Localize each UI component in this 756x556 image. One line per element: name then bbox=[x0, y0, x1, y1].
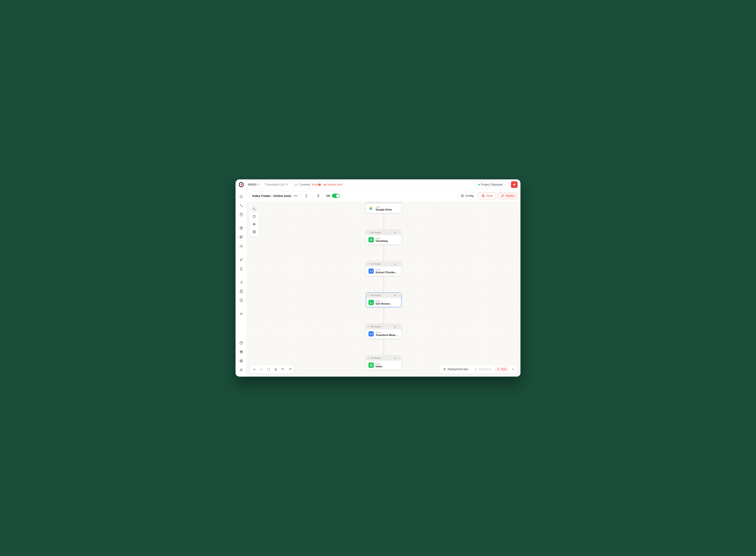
svg-point-12 bbox=[241, 313, 242, 314]
zoom-in-button[interactable] bbox=[251, 366, 258, 373]
status-dot-icon bbox=[478, 184, 480, 185]
save-button[interactable]: Save bbox=[479, 192, 496, 199]
nav-cube[interactable] bbox=[237, 224, 245, 232]
node-menu-button[interactable]: ⋯ bbox=[397, 294, 400, 297]
node-header: Not Tested⋯ bbox=[366, 230, 401, 235]
project-id-dropdown[interactable]: 84000 ⇅ bbox=[247, 182, 261, 187]
share-button[interactable] bbox=[303, 193, 310, 199]
status-ring-icon bbox=[368, 357, 370, 359]
nav-connections[interactable] bbox=[237, 202, 245, 209]
nav-launch[interactable] bbox=[237, 256, 245, 264]
chevron-updown-icon: ⇅ bbox=[286, 183, 288, 186]
tool-nodes[interactable] bbox=[251, 205, 258, 212]
node-play-button[interactable] bbox=[394, 326, 396, 328]
node-play-button[interactable] bbox=[394, 232, 396, 234]
tool-data[interactable] bbox=[251, 213, 258, 220]
flow-node[interactable]: Not Tested⋯FlowTransform Metadata bbox=[366, 324, 402, 339]
list-view-button[interactable] bbox=[314, 193, 321, 199]
project-name-dropdown[interactable]: Translation QA ⇅ bbox=[263, 182, 289, 187]
chevron-updown-icon: ⇅ bbox=[257, 183, 259, 186]
nav-list[interactable] bbox=[237, 278, 245, 286]
nav-docs[interactable] bbox=[237, 287, 245, 295]
tool-cpu[interactable] bbox=[251, 220, 258, 228]
app-window: 84000 ⇅ Translation QA ⇅ </> Connect: .a… bbox=[235, 179, 521, 377]
svg-rect-27 bbox=[253, 232, 254, 233]
svg-point-33 bbox=[445, 369, 445, 369]
app-logo[interactable] bbox=[238, 182, 244, 187]
nav-gear[interactable] bbox=[237, 357, 245, 365]
flow-canvas[interactable]: Not Tested⋯AppGoogle DriveNot Tested⋯Dat… bbox=[247, 202, 521, 377]
chevron-down-icon: ⌄ bbox=[504, 183, 506, 186]
nav-history[interactable] bbox=[237, 297, 245, 304]
nav-experiments[interactable] bbox=[237, 265, 245, 273]
deploy-button[interactable]: Deploy bbox=[498, 192, 518, 199]
node-menu-button[interactable]: ⋯ bbox=[397, 325, 400, 328]
canvas-side-tools bbox=[249, 204, 259, 236]
config-button[interactable]: Config bbox=[458, 192, 477, 199]
svg-point-29 bbox=[370, 239, 371, 239]
run-expand-button[interactable] bbox=[510, 366, 517, 373]
node-body: DataIndex bbox=[366, 361, 401, 370]
play-icon bbox=[497, 368, 500, 371]
project-status-dropdown[interactable]: Project Deployed ⌄ bbox=[476, 181, 508, 188]
flow-node[interactable]: Not Tested⋯AppGoogle Drive bbox=[366, 202, 402, 213]
deployment-test-button[interactable]: Deployment test bbox=[441, 366, 470, 372]
node-play-button[interactable] bbox=[394, 294, 396, 297]
nav-apps[interactable] bbox=[237, 233, 245, 241]
svg-point-9 bbox=[242, 246, 243, 247]
undo-button[interactable] bbox=[279, 366, 286, 373]
svg-rect-32 bbox=[275, 369, 277, 371]
test-runs-button[interactable]: Test Runs bbox=[471, 366, 494, 372]
nav-database[interactable] bbox=[237, 211, 245, 218]
node-menu-button[interactable]: ⋯ bbox=[397, 357, 400, 360]
node-play-button[interactable] bbox=[394, 357, 396, 359]
flow-edge bbox=[384, 213, 384, 230]
node-menu-button[interactable]: ⋯ bbox=[397, 231, 400, 234]
nav-profile[interactable] bbox=[237, 366, 245, 374]
node-type-label: Flow bbox=[376, 269, 399, 271]
svg-point-20 bbox=[253, 208, 254, 208]
fit-view-button[interactable] bbox=[265, 366, 272, 373]
node-menu-button[interactable]: ⋯ bbox=[397, 263, 400, 266]
more-menu-button[interactable]: ••• bbox=[294, 194, 298, 198]
node-type-icon bbox=[369, 300, 374, 305]
save-icon bbox=[482, 194, 485, 198]
node-name: Get Vectors bbox=[376, 302, 390, 305]
svg-point-3 bbox=[240, 213, 242, 214]
rocket-icon bbox=[501, 194, 504, 198]
node-name: Google Drive bbox=[376, 208, 392, 211]
nav-gift[interactable] bbox=[237, 348, 245, 356]
status-ring-icon bbox=[368, 232, 370, 234]
run-button[interactable]: Run bbox=[495, 366, 509, 372]
lock-button[interactable] bbox=[272, 366, 279, 373]
node-menu-button[interactable]: ⋯ bbox=[397, 202, 400, 203]
nav-models[interactable] bbox=[237, 242, 245, 250]
svg-rect-25 bbox=[253, 231, 254, 232]
nav-settings[interactable] bbox=[237, 310, 245, 318]
flow-node[interactable]: Not Tested⋯FlowExtract Chunked Text bbox=[366, 261, 402, 276]
zoom-out-button[interactable] bbox=[258, 366, 265, 373]
connect-info[interactable]: </> Connect: .api.lamatic.tech bbox=[292, 182, 345, 187]
svg-point-1 bbox=[240, 204, 240, 205]
node-type-label: Data bbox=[376, 237, 388, 240]
svg-rect-5 bbox=[241, 236, 242, 237]
svg-point-0 bbox=[240, 184, 242, 185]
config-icon bbox=[461, 194, 464, 198]
deploy-rocket-button[interactable] bbox=[511, 181, 518, 188]
node-play-button[interactable] bbox=[394, 202, 396, 202]
tool-grid[interactable] bbox=[251, 228, 258, 235]
node-status: Not Tested bbox=[371, 325, 393, 328]
nav-home[interactable] bbox=[237, 193, 245, 200]
flow-edge bbox=[384, 339, 384, 355]
enabled-toggle[interactable] bbox=[332, 194, 340, 198]
node-header: Not Tested⋯ bbox=[366, 324, 401, 329]
node-status: Not Tested bbox=[371, 294, 393, 297]
node-body: DataGet Vectors bbox=[366, 298, 401, 307]
node-play-button[interactable] bbox=[394, 263, 396, 265]
redo-button[interactable] bbox=[287, 366, 293, 373]
flow-node[interactable]: Not Tested⋯DataChunking bbox=[366, 230, 402, 244]
flow-node[interactable]: Not Tested⋯DataGet Vectors bbox=[366, 292, 402, 307]
flow-node[interactable]: Not Tested⋯DataIndex bbox=[366, 355, 402, 370]
main-area: Index Folder - Online tools ••• ON Confi bbox=[247, 190, 521, 377]
nav-help[interactable] bbox=[237, 339, 245, 347]
